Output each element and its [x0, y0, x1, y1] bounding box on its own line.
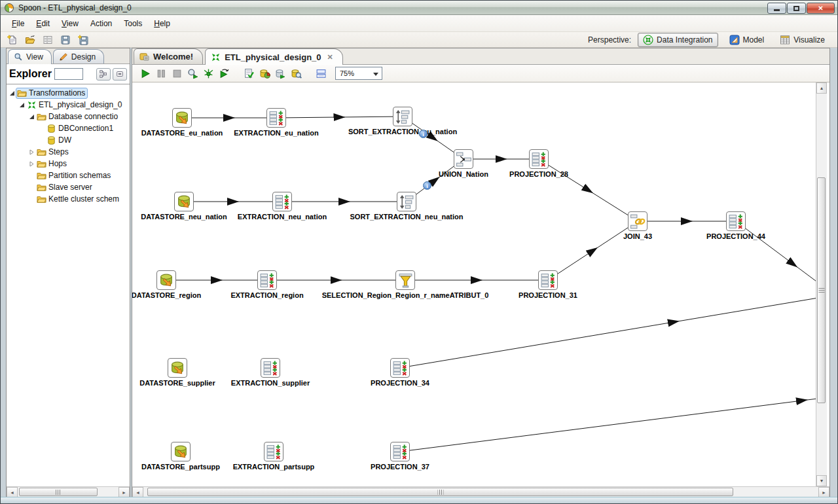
show-results-button[interactable]	[313, 66, 329, 81]
tab-etl-physical-design-0[interactable]: ETL_physical_design_0 ✕	[205, 48, 343, 65]
tree-item-hops[interactable]: Hops	[7, 158, 130, 170]
run-button[interactable]	[137, 66, 153, 81]
maximize-button[interactable]	[787, 3, 806, 14]
close-button[interactable]: ✕	[807, 3, 835, 14]
canvas-vscrollbar[interactable]: ▲ ▼	[816, 82, 827, 486]
tab-welcome[interactable]: Welcome!	[134, 48, 203, 64]
expand-all-icon	[99, 69, 108, 79]
impact-button[interactable]	[257, 66, 272, 81]
step-projection_28[interactable]	[529, 149, 549, 169]
debug-icon	[203, 68, 214, 79]
zoom-select[interactable]: 75%	[335, 67, 382, 80]
stop-icon	[172, 68, 183, 79]
tree-item-slave-server[interactable]: Slave server	[7, 181, 130, 193]
step-projection_37[interactable]	[390, 442, 410, 461]
step-extraction_neu_nation[interactable]	[272, 192, 292, 211]
scroll-up-icon[interactable]: ▲	[816, 82, 827, 94]
explorer-tree: TransformationsETL_physical_design_0Data…	[7, 84, 130, 486]
tab-close-icon[interactable]: ✕	[327, 53, 333, 62]
minimize-button[interactable]	[767, 3, 786, 14]
open-file-icon	[25, 35, 35, 45]
pause-button[interactable]	[153, 66, 169, 81]
minimize-icon	[774, 9, 780, 11]
step-projection_34[interactable]	[390, 358, 410, 378]
hop-line[interactable]	[400, 350, 816, 452]
tree-expander-icon[interactable]	[18, 102, 26, 108]
tree-expander-icon[interactable]	[27, 114, 35, 120]
open-file-button[interactable]	[22, 33, 38, 47]
select-values-icon	[728, 213, 744, 230]
step-selection_region[interactable]	[395, 270, 415, 290]
step-union_nation[interactable]	[454, 149, 473, 169]
explorer-hscrollbar[interactable]: ◄ ►	[7, 486, 130, 497]
canvas-hscrollbar[interactable]: ◄ ►	[132, 486, 829, 497]
perspective-data-integration-button[interactable]: Data Integration	[638, 33, 718, 47]
tree-item-partition-schemas[interactable]: Partition schemas	[7, 170, 130, 181]
menu-help[interactable]: Help	[148, 16, 176, 31]
step-extraction_region[interactable]	[257, 270, 277, 290]
step-sort_extraction_eu_nation[interactable]	[393, 107, 412, 126]
step-datastore_eu_nation[interactable]	[172, 108, 192, 128]
perspective-visualize-button[interactable]: Visualize	[775, 33, 829, 46]
save-file-as-button[interactable]	[75, 33, 91, 47]
replay-button[interactable]	[216, 66, 232, 81]
transformation-toolbar: 75%	[132, 65, 829, 82]
stop-button[interactable]	[169, 66, 185, 81]
step-projection_31[interactable]	[538, 270, 558, 290]
tree-item-label: DW	[58, 135, 71, 145]
menu-tools[interactable]: Tools	[118, 16, 148, 31]
select-values-icon	[531, 151, 547, 168]
tree-item-steps[interactable]: Steps	[7, 146, 130, 158]
collapse-all-button[interactable]	[113, 68, 127, 81]
hop-line[interactable]	[400, 276, 816, 368]
debug-button[interactable]	[200, 66, 216, 81]
menu-action[interactable]: Action	[84, 16, 118, 31]
perspective-bar: Perspective: Data Integration Model Visu…	[588, 32, 829, 48]
tab-design[interactable]: Design	[53, 49, 104, 63]
step-datastore_partsupp[interactable]	[171, 442, 191, 461]
tree-expander-icon[interactable]	[27, 149, 35, 155]
menu-edit[interactable]: Edit	[30, 16, 56, 31]
tree-item-transformations[interactable]: Transformations	[7, 87, 130, 99]
hop-info-icon[interactable]: i	[423, 181, 431, 190]
menu-view[interactable]: View	[56, 16, 84, 31]
save-file-icon	[60, 35, 71, 45]
step-datastore_neu_nation[interactable]	[174, 192, 194, 211]
tab-view[interactable]: View	[8, 49, 52, 64]
perspective-model-button[interactable]: Model	[725, 33, 769, 46]
step-extraction_partsupp[interactable]	[264, 442, 283, 461]
folder-icon	[37, 112, 48, 122]
explore-repository-button[interactable]	[40, 33, 56, 47]
new-file-button[interactable]	[5, 33, 20, 47]
step-sort_extraction_neu_nation[interactable]	[397, 192, 416, 211]
step-extraction_supplier[interactable]	[261, 358, 280, 378]
tree-item-database-connectio[interactable]: Database connectio	[7, 111, 130, 122]
explore-db-button[interactable]	[288, 66, 304, 81]
tree-expander-icon[interactable]	[27, 161, 35, 167]
scroll-down-icon[interactable]: ▼	[816, 475, 827, 486]
preview-button[interactable]	[185, 66, 200, 81]
hop-line[interactable]	[539, 159, 638, 221]
step-projection_44[interactable]	[726, 211, 746, 231]
hop-line[interactable]	[276, 117, 403, 118]
tree-item-dbconnection1[interactable]: DBConnection1	[7, 122, 130, 134]
save-file-button[interactable]	[58, 33, 73, 47]
step-datastore_supplier[interactable]	[168, 358, 187, 378]
step-datastore_region[interactable]	[156, 270, 176, 290]
expand-all-button[interactable]	[96, 68, 111, 81]
new-file-icon	[7, 35, 18, 45]
hop-info-icon[interactable]: i	[419, 130, 428, 138]
step-extraction_eu_nation[interactable]	[266, 108, 286, 128]
explorer-filter-input[interactable]	[54, 68, 83, 80]
menu-file[interactable]: File	[6, 16, 30, 31]
flow-canvas[interactable]: DATASTORE_eu_nationEXTRACTION_eu_nationS…	[132, 82, 816, 483]
step-join_43[interactable]	[628, 211, 647, 231]
explore-repository-icon	[43, 35, 53, 45]
tree-item-etl-physical-design-0[interactable]: ETL_physical_design_0	[7, 99, 130, 111]
tree-item-dw[interactable]: DW	[7, 134, 130, 146]
verify-button[interactable]	[241, 66, 257, 81]
hop-line[interactable]	[548, 221, 638, 280]
tree-item-kettle-cluster-schem[interactable]: Kettle cluster schem	[7, 193, 130, 205]
sql-button[interactable]	[272, 66, 288, 81]
tree-expander-icon[interactable]	[8, 90, 16, 96]
